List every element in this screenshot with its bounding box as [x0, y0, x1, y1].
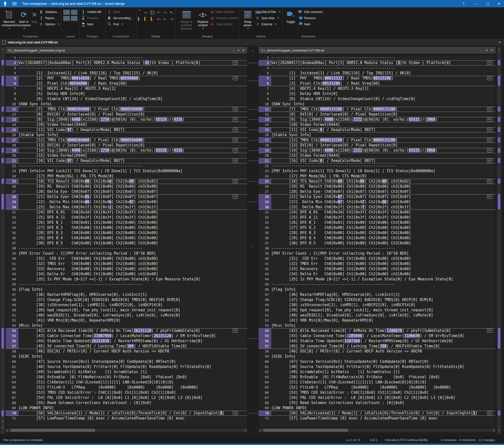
layout-two-rows-icon[interactable]: [63, 16, 70, 21]
line-text[interactable]: [28] DFE B_3 Ch0[0x00] Ch1[0x00] Ch2[0x0…: [271, 230, 411, 236]
change-map-right[interactable]: ▴ ▾: [497, 47, 501, 434]
line-text[interactable]: [38] is5Vconnected[1], isHPD[1], isHDCP2…: [18, 303, 162, 308]
paste-icon[interactable]: [138, 10, 144, 16]
line-text[interactable]: [LOW POWER INFO]: [18, 406, 54, 411]
line-text[interactable]: [15] Video Format[R444]: [271, 153, 340, 158]
line-text[interactable]: [18] TCS Result Ch0[0x09] Ch1[0x09] Ch2[…: [271, 179, 411, 184]
path-dropdown-icon[interactable]: ▾: [238, 49, 239, 52]
line-text[interactable]: [RAW Sync Info]: [271, 102, 305, 107]
apply-change-to-left-button[interactable]: ←: [487, 138, 492, 142]
change-map-mark[interactable]: [1, 76, 4, 86]
statistics-button[interactable]: Σ Statistics...: [39, 9, 60, 15]
change-map-mark[interactable]: [498, 137, 500, 142]
maximize-button[interactable]: ▢: [483, 0, 492, 7]
line-text[interactable]: [46] DSC[0] / PKTErr[0] / Current HDCP A…: [271, 349, 422, 354]
sync-links-button[interactable]: ⇅ Sync links▼: [255, 15, 281, 21]
line-text[interactable]: [3] Pixel Clk[00533280] / Real Vreq[60]: [271, 81, 380, 86]
line-text[interactable]: [51] ClkDetect[1] Ch0~2Locked[1][1][1] L…: [18, 380, 174, 385]
line-text[interactable]: [8] DVI[0] / Interlaced[0] / Pixel Repet…: [18, 112, 145, 117]
line-text[interactable]: [25] DFE A_11 Ch0[0x3f] Ch1[0x3f] Ch2[0x…: [18, 215, 158, 220]
previous-conflict-button[interactable]: ↑ Previous conflict: [210, 15, 238, 21]
map-top-icon[interactable]: ▴: [497, 48, 501, 50]
apply-change-to-left-button[interactable]: ←: [487, 179, 492, 183]
next-bookmark-button[interactable]: ↓ Next: [298, 21, 324, 27]
left-horizontal-scrollbar[interactable]: ◂ ▸: [5, 428, 248, 432]
apply-change-to-right-button[interactable]: →: [233, 128, 238, 132]
line-text[interactable]: [39] hpd_request[0], fsm_phy_lock[1], ma…: [271, 308, 433, 313]
line-text[interactable]: ----------------------------------------…: [18, 66, 143, 71]
change-map-mark[interactable]: [498, 106, 500, 112]
line-text[interactable]: [50] RrEnable [0] FltNoRetrain[0] FrlRat…: [18, 375, 187, 380]
line-text[interactable]: [54] FRL CED Valid/Error : L0 [0][0x0] L…: [18, 395, 202, 400]
accept-change-icon[interactable]: ≡✓: [157, 17, 163, 22]
change-map-mark[interactable]: [498, 60, 500, 65]
line-text[interactable]: [35] Is PHY Mode [0~2]? =>[-1] / Excepti…: [271, 277, 453, 282]
line-text[interactable]: [33] Recovery Ch0[0x00] Ch1[0x00] Ch2[0x…: [271, 266, 411, 272]
line-text[interactable]: [23] Delta Max Ch0[0x1f] Ch1[0x1f] Ch2[0…: [271, 205, 411, 210]
shift-left-icon[interactable]: ⇤: [163, 17, 169, 22]
line-text[interactable]: [48] Source TestUpdate[0] FrlStart[0] Fl…: [271, 364, 464, 369]
external-button[interactable]: ↗ External▼: [255, 21, 281, 27]
apply-change-to-left-button[interactable]: ←: [487, 148, 492, 152]
line-text[interactable]: [43] Cable Connected Time[21087950] / Lo…: [18, 333, 216, 339]
line-text[interactable]: [12] TMDS Clk[0000594000] / Pixel Clk[00…: [18, 138, 145, 143]
scroll-left-icon[interactable]: ◂: [258, 428, 262, 432]
line-text[interactable]: [7] TMDS Clk[0000533280] / Pixel Clk[000…: [271, 107, 398, 112]
apply-change-to-left-button[interactable]: ←: [487, 195, 492, 199]
line-text[interactable]: ----------------------------------------…: [18, 55, 143, 60]
history-icon[interactable]: ↺: [242, 49, 245, 52]
copy-icon[interactable]: [151, 10, 157, 16]
undo-icon[interactable]: ↶: [157, 10, 163, 16]
stop-button[interactable]: ✕ Stop: [31, 9, 38, 24]
swap-panes-button[interactable]: ↔ Swap panes▼: [241, 9, 254, 30]
line-text[interactable]: [20] Delta Eye- Ch0[0x07] Ch1[0x07] Ch2[…: [271, 189, 411, 194]
change-map-left[interactable]: ▴ ▾ ⊼ ⊻: [0, 47, 5, 434]
change-map-mark[interactable]: [1, 411, 4, 416]
line-text[interactable]: [52] FltLn0~3 LTPReq [0x0000] [0x0000] […: [18, 385, 198, 390]
line-text[interactable]: [LOW POWER INFO]: [271, 406, 307, 411]
line-text[interactable]: [5] Dolby HDR Info[0]: [18, 91, 85, 96]
apply-change-to-right-button[interactable]: →: [233, 179, 238, 183]
line-text[interactable]: [43] Cable Connected Time[-285040] / Loc…: [271, 333, 464, 339]
line-text[interactable]: [PHY Error Count : 2][PHY Error collecti…: [18, 251, 156, 256]
line-text[interactable]: [37] Change Flag:SCDC[0] VIDEO[0] AUDIO[…: [18, 297, 180, 303]
layout-three-rows-icon[interactable]: [71, 16, 77, 21]
line-text[interactable]: [21] Delta Eye+ Ch0[0x07] Ch1[0x07] Ch2[…: [271, 194, 411, 199]
line-text[interactable]: [20] Delta Eye- Ch0[0x07] Ch1[0x07] Ch2[…: [18, 189, 158, 194]
change-up-icon[interactable]: ↑: [138, 17, 144, 22]
line-text[interactable]: [47] Source Version[0x1] StatusUpdate[0]…: [18, 359, 176, 364]
line-text[interactable]: [16] VIC Code[0] / DeepColorMode[ 8BIT]: [271, 158, 375, 163]
line-text[interactable]: [32] TMDS Err Ch0[0x00] Ch1[0x00] Ch2[0x…: [271, 261, 411, 266]
line-text[interactable]: [8] DVI[0] / Interlaced[0] / Pixel Repet…: [271, 112, 398, 117]
change-map-mark[interactable]: [498, 179, 500, 184]
apply-change-to-right-button[interactable]: →: [233, 76, 238, 80]
line-text[interactable]: [RAW Sync Info]: [18, 102, 52, 107]
line-text[interactable]: ----------------------------------------…: [271, 163, 396, 169]
change-down-icon[interactable]: ↓: [144, 17, 150, 22]
line-text[interactable]: [44] Stable Time Updated[26231810] / Res…: [18, 339, 202, 344]
change-map-mark[interactable]: [1, 179, 4, 184]
line-text[interactable]: ----------------------------------------…: [271, 55, 396, 60]
line-text[interactable]: [46] DSC[0] / PKTErr[0] / Current HDCP A…: [18, 349, 169, 354]
line-text[interactable]: [PHY Info]=> PHY Lock[1] TCS Done[1] | C…: [271, 169, 435, 174]
pointer-icon[interactable]: ↖: [170, 10, 176, 16]
line-text[interactable]: [14] Sig:[3840](4000)x[2160](2222)@[60]H…: [271, 148, 437, 153]
unified-diff-button[interactable]: Unified diff: [81, 9, 101, 15]
line-text[interactable]: [13] DVI[0] / Interlaced[0] / Pixel Repe…: [271, 143, 398, 148]
edit-comment-button[interactable]: Edit comment...: [298, 9, 324, 15]
line-text[interactable]: [47] Source Version[0x1] StatusUpdate[0]…: [271, 359, 429, 364]
line-text[interactable]: [40] wasEDID[1], Disabled[0], isFreeSync…: [18, 313, 180, 318]
find-button[interactable]: Find▼: [107, 21, 133, 27]
previous-change-button[interactable]: Previous: [81, 15, 101, 21]
scroll-right-icon[interactable]: ▸: [492, 428, 496, 432]
line-text[interactable]: [41] VRR Min[0]/Max[0], RepeaterHPD[0]: [18, 318, 120, 323]
line-text[interactable]: [2] PHY TMDS[00014850] / Real TMDS[00594…: [18, 76, 140, 81]
layout-three-panes-icon[interactable]: [71, 10, 77, 15]
line-text[interactable]: [37] Change Flag:SCDC[0] VIDEO[0] AUDIO[…: [271, 297, 433, 303]
change-map-mark[interactable]: [1, 127, 4, 132]
change-map-mark[interactable]: [1, 117, 4, 122]
apply-change-to-left-button[interactable]: ←: [487, 107, 492, 111]
line-text[interactable]: [21] Delta Eye+ Ch0[0x05] Ch1[0x07] Ch2[…: [18, 194, 158, 199]
line-text[interactable]: [28] DFE B_3 Ch0[0x00] Ch1[0x00] Ch2[0x0…: [18, 230, 158, 236]
path-dropdown-icon[interactable]: ▾: [486, 49, 487, 52]
